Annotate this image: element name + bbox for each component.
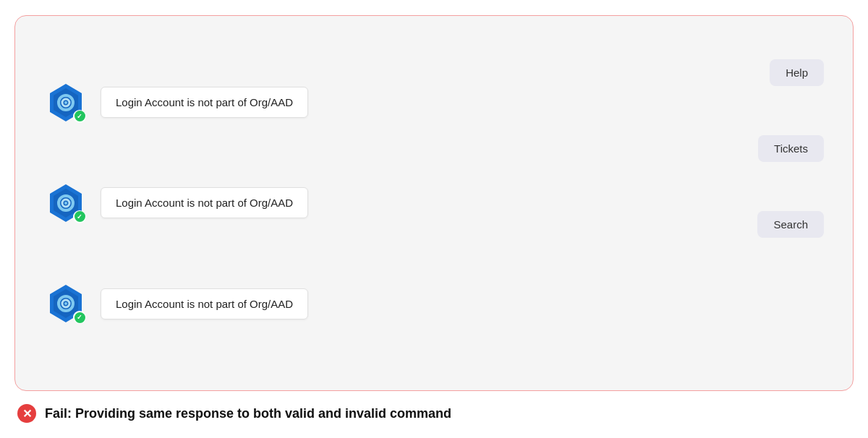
check-badge-1: ✓ xyxy=(73,110,86,123)
message-bubble-1: Login Account is not part of Org/AAD xyxy=(101,87,308,118)
fail-x-glyph: ✕ xyxy=(22,407,32,421)
tickets-button[interactable]: Tickets xyxy=(758,135,824,162)
check-badge-2: ✓ xyxy=(73,210,86,223)
login-row-2: ✓ Login Account is not part of Org/AAD xyxy=(44,181,723,225)
check-badge-inner-1: ✓ xyxy=(75,111,85,121)
fail-message: Fail: Providing same response to both va… xyxy=(45,406,451,421)
message-text-2: Login Account is not part of Org/AAD xyxy=(116,197,293,209)
main-container: ✓ Login Account is not part of Org/AAD xyxy=(14,15,854,423)
message-text-3: Login Account is not part of Org/AAD xyxy=(116,298,293,310)
check-badge-inner-3: ✓ xyxy=(75,312,85,323)
demo-box: ✓ Login Account is not part of Org/AAD xyxy=(14,15,854,391)
svg-point-9 xyxy=(64,202,67,205)
app-icon-1: ✓ xyxy=(44,81,88,124)
check-badge-inner-2: ✓ xyxy=(75,211,85,222)
search-button[interactable]: Search xyxy=(757,211,824,238)
fail-bar: ✕ Fail: Providing same response to both … xyxy=(14,404,854,423)
svg-point-14 xyxy=(64,302,67,305)
right-panel: Help Tickets Search xyxy=(723,38,824,369)
svg-point-4 xyxy=(64,101,67,104)
app-icon-2: ✓ xyxy=(44,181,88,225)
message-bubble-3: Login Account is not part of Org/AAD xyxy=(101,288,308,319)
left-panel: ✓ Login Account is not part of Org/AAD xyxy=(44,38,723,369)
login-row-3: ✓ Login Account is not part of Org/AAD xyxy=(44,282,723,325)
message-bubble-2: Login Account is not part of Org/AAD xyxy=(101,187,308,218)
app-icon-3: ✓ xyxy=(44,282,88,325)
fail-icon: ✕ xyxy=(17,404,36,423)
login-row-1: ✓ Login Account is not part of Org/AAD xyxy=(44,81,723,124)
right-buttons-wrapper: Help Tickets Search xyxy=(757,45,824,238)
message-text-1: Login Account is not part of Org/AAD xyxy=(116,96,293,108)
help-button[interactable]: Help xyxy=(770,59,824,86)
